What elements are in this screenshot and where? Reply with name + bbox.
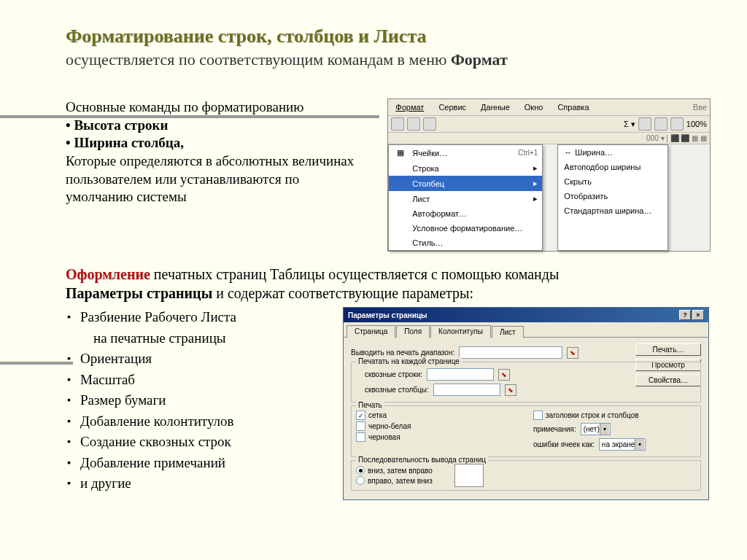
- toolbar-icon[interactable]: [407, 117, 420, 131]
- section1-text: Основные команды по форматированию Высот…: [66, 98, 365, 252]
- label-notes: примечания:: [533, 425, 576, 433]
- group-label: Печатать на каждой странице: [356, 357, 462, 365]
- subtitle: осуществляется по соответствующим команд…: [66, 50, 711, 69]
- errors-select[interactable]: на экране: [599, 438, 646, 451]
- tab-sheet[interactable]: Лист: [492, 326, 524, 338]
- print-button[interactable]: Печать…: [635, 343, 701, 356]
- dialog-titlebar: Параметры страницы ?×: [344, 308, 708, 322]
- checkbox-headers[interactable]: заголовки строк и столбцов: [533, 411, 696, 420]
- divider: [0, 115, 379, 118]
- each-page-group: Печатать на каждой странице сквозные стр…: [351, 362, 701, 402]
- menubar: Формат Сервис Данные Окно Справка Вве: [388, 99, 710, 116]
- bullet-width: Ширина столбца,: [74, 135, 184, 150]
- chart-icon[interactable]: [670, 117, 684, 131]
- sec1-line2: Которые определяются в абсолютных величи…: [66, 152, 365, 206]
- menu-conditional[interactable]: Условное форматирование…: [389, 221, 542, 236]
- menu-column[interactable]: Столбец▸: [389, 176, 542, 191]
- menu-screenshot: Формат Сервис Данные Окно Справка Вве Σ …: [387, 98, 711, 252]
- sort-desc-icon[interactable]: [654, 117, 667, 131]
- sub-show[interactable]: Отобразить: [558, 189, 667, 203]
- tab-page[interactable]: Страница: [347, 325, 395, 338]
- menu-autoformat[interactable]: Автоформат…: [389, 206, 542, 221]
- print-group: Печать ✓сетка черно-белая черновая загол…: [351, 405, 701, 457]
- zoom-value[interactable]: 100%: [686, 120, 707, 128]
- sub-hide[interactable]: Скрыть: [558, 174, 667, 189]
- menu-style[interactable]: Стиль…: [389, 236, 542, 250]
- range-picker-icon[interactable]: ⬊: [505, 384, 516, 396]
- sec1-line1: Основные команды по форматированию: [66, 98, 365, 117]
- subtitle-text: осуществляется по соответствующим команд…: [66, 50, 451, 69]
- list-item: Размер бумаги: [80, 390, 328, 411]
- menu-help[interactable]: Справка: [550, 101, 596, 114]
- order-preview-icon: [454, 464, 484, 487]
- format-dropdown: ▦Ячейки…Ctrl+1 Строка▸ Столбец▸ Лист▸ Ав…: [388, 144, 543, 251]
- rows-input[interactable]: [427, 368, 494, 381]
- dialog-tabs: Страница Поля Колонтитулы Лист: [344, 322, 708, 338]
- list-item: Разбиение Рабочего Листа: [80, 307, 328, 328]
- sub-std[interactable]: Стандартная ширина…: [558, 203, 667, 218]
- menu-window[interactable]: Окно: [517, 101, 551, 114]
- sub-autofit[interactable]: Автоподбор ширины: [558, 160, 667, 174]
- oform-heading: Оформление: [66, 266, 150, 282]
- tab-margins[interactable]: Поля: [396, 325, 430, 338]
- list-item: Добавление примечаний: [80, 453, 328, 474]
- checkbox-grid[interactable]: ✓сетка: [356, 411, 519, 420]
- column-submenu: ↔Ширина… Автоподбор ширины Скрыть Отобра…: [557, 144, 668, 251]
- label-errors: ошибки ячеек как:: [533, 440, 595, 448]
- menu-row[interactable]: Строка▸: [389, 160, 542, 176]
- label-print-range: Выводить на печать диапазон:: [351, 349, 454, 357]
- cols-input[interactable]: [433, 384, 500, 396]
- print-range-input[interactable]: [459, 346, 562, 359]
- menu-format[interactable]: Формат: [388, 101, 431, 114]
- radio-down-right[interactable]: вниз, затем вправо: [356, 466, 433, 475]
- bullet-height: Высота строки: [74, 117, 168, 133]
- params-list: Разбиение Рабочего Листа на печатные стр…: [66, 307, 328, 500]
- help-icon[interactable]: ?: [679, 310, 691, 320]
- tab-header[interactable]: Колонтитулы: [430, 325, 491, 338]
- toolbar-icon[interactable]: [391, 117, 404, 131]
- oform-text: Оформление печатных страниц Таблицы осущ…: [66, 265, 711, 303]
- range-picker-icon[interactable]: ⬊: [498, 369, 510, 381]
- close-icon[interactable]: ×: [692, 310, 704, 320]
- notes-select[interactable]: (нет): [581, 423, 611, 435]
- menu-cells[interactable]: ▦Ячейки…Ctrl+1: [389, 145, 542, 160]
- list-item: Добавление колонтитулов: [80, 411, 328, 432]
- page-setup-dialog: Параметры страницы ?× Страница Поля Коло…: [343, 307, 709, 500]
- sort-asc-icon[interactable]: [638, 117, 651, 131]
- dialog-title: Параметры страницы: [348, 311, 427, 319]
- range-picker-icon[interactable]: ⬊: [567, 347, 578, 359]
- sub-width[interactable]: ↔Ширина…: [558, 145, 667, 160]
- list-item: Создание сквозных строк: [80, 432, 328, 453]
- label-cols: сквозные столбцы:: [365, 386, 429, 394]
- toolbar2: 000 ▾ | ⬛ ⬛ ▦ ▦: [388, 133, 710, 144]
- checkbox-bw[interactable]: черно-белая: [356, 421, 519, 431]
- group-label: Последовательность вывода страниц: [356, 456, 488, 464]
- toolbar-icon[interactable]: [423, 117, 436, 131]
- divider: [0, 362, 73, 365]
- list-item-cont: на печатные страницы: [80, 328, 328, 349]
- toolbar: Σ ▾ 100%: [388, 116, 710, 133]
- label-rows: сквозные строки:: [365, 370, 422, 378]
- list-item: Ориентация: [80, 349, 328, 370]
- list-item: и другие: [80, 473, 328, 494]
- order-group: Последовательность вывода страниц вниз, …: [351, 460, 701, 491]
- page-title: Форматирование строк, столбцов и Листа: [66, 26, 711, 47]
- radio-right-down[interactable]: вправо, затем вниз: [356, 476, 433, 485]
- menu-data[interactable]: Данные: [473, 101, 517, 114]
- checkbox-draft[interactable]: черновая: [356, 432, 519, 442]
- subtitle-bold: Формат: [451, 50, 508, 69]
- list-item: Масштаб: [80, 370, 328, 391]
- menu-sheet[interactable]: Лист▸: [389, 191, 542, 206]
- group-label: Печать: [356, 401, 384, 409]
- input-hint: Вве: [686, 101, 710, 114]
- menu-service[interactable]: Сервис: [431, 101, 473, 114]
